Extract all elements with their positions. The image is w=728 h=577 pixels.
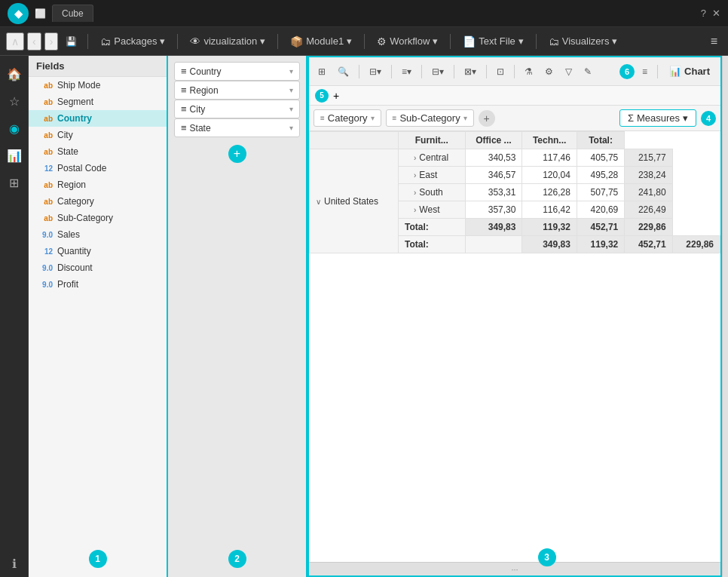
field-type: ab bbox=[36, 198, 53, 206]
close-icon[interactable]: ✕ bbox=[712, 8, 720, 19]
visualization-menu[interactable]: 👁 vizualization ▾ bbox=[184, 33, 271, 50]
module-label: Module1 bbox=[306, 35, 344, 47]
cols-btn[interactable]: ⊟▾ bbox=[427, 63, 448, 80]
subtotal-cell: 349,83 bbox=[465, 219, 522, 236]
data-cell: 495,28 bbox=[577, 167, 624, 184]
split-btn[interactable]: ⊠▾ bbox=[460, 63, 481, 80]
settings2-btn[interactable]: ⚙ bbox=[540, 63, 558, 80]
list-view-btn[interactable]: ≡ bbox=[638, 63, 652, 80]
row-item-city[interactable]: ≡ City▾ bbox=[174, 100, 300, 118]
field-item-region[interactable]: abRegion bbox=[29, 176, 167, 193]
workflow-label: Workflow bbox=[390, 35, 430, 47]
grid-btn[interactable]: ⊟▾ bbox=[365, 63, 386, 80]
field-type: 9.0 bbox=[36, 264, 53, 272]
category-header[interactable]: ≡ Category ▾ bbox=[314, 109, 381, 127]
field-name: Segment bbox=[57, 97, 93, 107]
col-headers: ≡ Category ▾ ≡ Sub-Category ▾ + Σ Measur… bbox=[309, 106, 720, 131]
nav-circle[interactable]: ◉ bbox=[2, 116, 26, 140]
rows-btn[interactable]: ≡▾ bbox=[397, 63, 416, 80]
nav-star[interactable]: ☆ bbox=[2, 89, 26, 113]
packages-chevron: ▾ bbox=[160, 35, 165, 47]
module1-menu[interactable]: 📦 Module1 ▾ bbox=[284, 33, 358, 50]
nav-info[interactable]: ℹ bbox=[12, 557, 17, 571]
subcategory-header[interactable]: ≡ Sub-Category ▾ bbox=[386, 109, 474, 127]
field-type: ab bbox=[36, 148, 53, 156]
field-name: Profit bbox=[57, 279, 78, 290]
add-measure-btn[interactable]: + bbox=[479, 110, 495, 127]
fields-list: abShip ModeabSegmentabCountryabCityabSta… bbox=[29, 77, 167, 293]
field-item-discount[interactable]: 9.0Discount bbox=[29, 259, 167, 276]
textfile-label: Text File bbox=[479, 35, 515, 47]
row-item-chevron: ▾ bbox=[289, 124, 293, 132]
row-item-country[interactable]: ≡ Country▾ bbox=[174, 62, 300, 81]
visualizers-menu[interactable]: 🗂 Visualizers ▾ bbox=[543, 33, 624, 50]
add-row-btn[interactable]: + bbox=[228, 145, 246, 163]
dt-sep3 bbox=[421, 65, 422, 78]
packages-menu[interactable]: 🗂 Packages ▾ bbox=[94, 33, 171, 50]
subrow-expand[interactable]: › bbox=[414, 189, 416, 197]
field-item-city[interactable]: abCity bbox=[29, 127, 167, 143]
bottom-bar: ··· bbox=[309, 562, 720, 575]
subrow-expand[interactable]: › bbox=[414, 206, 416, 214]
row-item-label: ≡ State bbox=[181, 122, 211, 134]
pencil-btn[interactable]: ✎ bbox=[580, 63, 596, 80]
workflow-chevron: ▾ bbox=[433, 35, 438, 47]
workflow-icon: ⚙ bbox=[377, 35, 387, 48]
field-type: 9.0 bbox=[36, 281, 53, 289]
field-item-quantity[interactable]: 12Quantity bbox=[29, 243, 167, 259]
add-col-btn[interactable]: + bbox=[333, 90, 339, 102]
subrow-label[interactable]: ›Central bbox=[399, 149, 466, 167]
filter2-btn[interactable]: ▽ bbox=[561, 63, 577, 80]
badge6: 6 bbox=[619, 64, 635, 79]
subtotal-cell: 452,71 bbox=[577, 219, 624, 236]
data-cell: 507,75 bbox=[577, 184, 624, 201]
row-item-region[interactable]: ≡ Region▾ bbox=[174, 81, 300, 100]
table-view-btn[interactable]: ⊞ bbox=[314, 63, 330, 80]
right-edge bbox=[722, 56, 728, 577]
save-button[interactable]: 💾 bbox=[61, 33, 81, 50]
menu-button[interactable]: ≡ bbox=[706, 32, 722, 51]
filter-btn[interactable]: ⚗ bbox=[520, 63, 537, 80]
field-name: Sub-Category bbox=[57, 213, 113, 223]
nav-up[interactable]: ∧ bbox=[6, 32, 24, 51]
chart-btn[interactable]: 📊 Chart bbox=[663, 63, 716, 79]
nav-back[interactable]: ‹ bbox=[27, 32, 41, 51]
nav-chart[interactable]: 📊 bbox=[2, 143, 26, 167]
sep2 bbox=[177, 34, 178, 49]
title-tab[interactable]: Cube bbox=[52, 5, 93, 22]
col-techn: Techn... bbox=[522, 132, 577, 149]
row-item-chevron: ▾ bbox=[289, 105, 293, 113]
nav-home[interactable]: 🏠 bbox=[2, 62, 26, 86]
expand-icon[interactable]: ∨ bbox=[316, 198, 321, 206]
textfile-menu[interactable]: 📄 Text File ▾ bbox=[457, 33, 529, 50]
subrow-label[interactable]: ›East bbox=[399, 167, 466, 184]
field-item-segment[interactable]: abSegment bbox=[29, 94, 167, 110]
subrow-expand[interactable]: › bbox=[414, 154, 416, 162]
workflow-menu[interactable]: ⚙ Workflow ▾ bbox=[371, 33, 444, 50]
subrow-expand[interactable]: › bbox=[414, 171, 416, 180]
main-area: 🏠 ☆ ◉ 📊 ⊞ ℹ Fields abShip ModeabSegmenta… bbox=[0, 56, 728, 577]
field-name: Country bbox=[57, 113, 92, 124]
row-item-label: ≡ City bbox=[181, 103, 205, 115]
help-icon[interactable]: ? bbox=[701, 8, 706, 19]
merge-btn[interactable]: ⊡ bbox=[492, 63, 509, 80]
field-item-sales[interactable]: 9.0Sales bbox=[29, 226, 167, 243]
group-cell[interactable]: ∨United States bbox=[310, 149, 399, 253]
subrow-label[interactable]: ›West bbox=[399, 201, 466, 219]
field-item-category[interactable]: abCategory bbox=[29, 193, 167, 210]
subrow-label[interactable]: ›South bbox=[399, 184, 466, 201]
chart-icon: 📊 bbox=[669, 66, 681, 77]
field-item-country[interactable]: abCountry bbox=[29, 110, 167, 127]
field-item-profit[interactable]: 9.0Profit bbox=[29, 276, 167, 293]
field-type: ab bbox=[36, 115, 53, 123]
field-item-state[interactable]: abState bbox=[29, 143, 167, 160]
nav-forward[interactable]: › bbox=[44, 32, 59, 51]
nav-table[interactable]: ⊞ bbox=[2, 170, 26, 195]
measures-header[interactable]: Σ Measures ▾ bbox=[619, 109, 696, 127]
row-item-state[interactable]: ≡ State▾ bbox=[174, 118, 300, 137]
search-btn[interactable]: 🔍 bbox=[333, 63, 353, 80]
field-item-postal-code[interactable]: 12Postal Code bbox=[29, 160, 167, 176]
field-item-sub-category[interactable]: abSub-Category bbox=[29, 210, 167, 226]
field-type: 9.0 bbox=[36, 231, 53, 239]
field-item-ship-mode[interactable]: abShip Mode bbox=[29, 77, 167, 94]
